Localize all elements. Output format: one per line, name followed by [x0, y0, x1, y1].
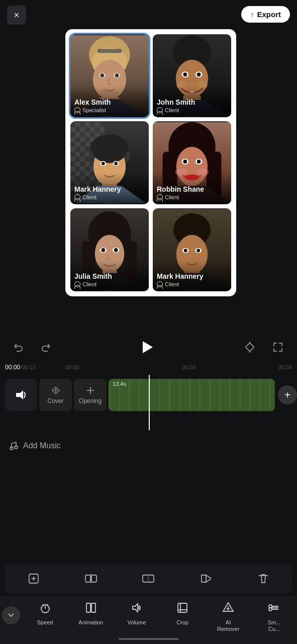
svg-rect-83 [86, 603, 90, 612]
timecode-bar: 00:00 / 00:13 00:00 00:02 00:04 [0, 360, 297, 375]
card-name-john: John Smith [157, 98, 227, 106]
add-clip-toolbar-button[interactable] [23, 568, 45, 590]
card-role-mark2: Client [165, 281, 179, 287]
svg-rect-3 [97, 49, 122, 53]
card-role-john: Client [165, 107, 179, 113]
smart-cut-icon [267, 601, 280, 617]
svg-point-44 [183, 159, 187, 164]
svg-point-19 [197, 72, 201, 76]
redo-button[interactable] [36, 338, 54, 356]
card-name-mark2: Mark Hannery [157, 272, 227, 280]
svg-point-64 [196, 249, 200, 253]
opening-icon [85, 385, 95, 395]
person-icon-alex [74, 107, 80, 113]
animation-icon [84, 601, 97, 617]
add-music-row[interactable]: Add Music [0, 434, 297, 458]
nav-animation[interactable]: Animation [68, 601, 114, 625]
delete-icon [257, 572, 270, 585]
split-right-button[interactable] [195, 568, 217, 590]
nav-smart-cut[interactable]: Sm...Cu... [251, 601, 297, 632]
play-icon [143, 341, 153, 353]
bottom-nav: Speed Animation Volume [0, 596, 297, 644]
add-clip-button[interactable]: + [278, 385, 297, 405]
crop-icon [176, 601, 189, 617]
split-right-icon [200, 572, 213, 585]
card-role-julia: Client [82, 281, 96, 287]
smart-cut-label: Sm...Cu... [268, 619, 281, 632]
volume-button[interactable] [5, 379, 37, 411]
card-role-robbin: Client [165, 194, 179, 200]
svg-point-32 [102, 162, 105, 166]
speed-label: Speed [37, 619, 53, 625]
card-label-julia: Julia Smith Client [70, 260, 149, 291]
nav-crop[interactable]: Crop [160, 601, 206, 625]
svg-rect-69 [16, 393, 20, 397]
svg-point-56 [114, 248, 118, 252]
svg-point-46 [197, 159, 201, 164]
split-left-button[interactable] [80, 568, 102, 590]
opening-label: Opening [79, 397, 102, 405]
animation-label: Animation [78, 619, 103, 625]
nav-volume[interactable]: Volume [114, 601, 159, 625]
card-role-row-mark: Client [74, 194, 145, 200]
video-track[interactable]: 13.4s [109, 379, 275, 411]
export-button[interactable]: ↑ Export [241, 6, 290, 23]
svg-rect-66 [246, 343, 254, 352]
top-bar: × ↑ Export [0, 0, 297, 30]
collapse-button[interactable] [2, 606, 20, 624]
keyframe-button[interactable] [241, 338, 259, 356]
card-role-mark: Client [82, 194, 96, 200]
music-icon [8, 441, 18, 451]
card-role-row-mark2: Client [157, 281, 227, 287]
volume-label: Volume [128, 619, 146, 625]
card-label-mark2: Mark Hannery Client [153, 260, 231, 291]
card-name-robbin: Robbin Shane [157, 185, 227, 193]
svg-rect-77 [85, 575, 90, 582]
right-controls [241, 338, 287, 356]
card-label-mark: Mark Hannery Client [70, 173, 149, 204]
svg-point-54 [101, 248, 105, 252]
speed-icon [39, 601, 52, 617]
card-role-row-john: Client [157, 107, 227, 113]
svg-point-34 [114, 162, 118, 166]
svg-rect-85 [178, 603, 187, 612]
card-mark-hannery[interactable]: Mark Hannery Client [70, 121, 149, 204]
nav-ai-remover[interactable]: AIRemover [206, 601, 251, 632]
card-alex-smith[interactable]: Alex Smith Specialist [70, 34, 149, 117]
chevron-down-icon [7, 611, 16, 620]
scrubber-line[interactable] [149, 375, 150, 430]
delete-button[interactable] [252, 568, 274, 590]
card-name-alex: Alex Smith [74, 98, 145, 106]
add-music-label: Add Music [23, 441, 61, 450]
person-card-grid: Alex Smith Specialist [65, 29, 236, 296]
close-button[interactable]: × [7, 6, 26, 25]
nav-speed[interactable]: Speed [22, 601, 68, 625]
card-robbin-shane[interactable]: Robbin Shane Client [153, 121, 231, 204]
volume-icon [14, 388, 28, 402]
split-center-button[interactable] [137, 568, 159, 590]
timeline-controls [0, 335, 297, 360]
person-icon-mark [74, 194, 80, 200]
svg-rect-78 [91, 575, 96, 582]
volume-nav-icon [130, 601, 143, 617]
opening-chip[interactable]: Opening [74, 379, 107, 411]
play-button[interactable] [138, 337, 158, 357]
export-label: Export [257, 10, 281, 19]
card-john-smith[interactable]: John Smith Client [153, 34, 231, 117]
svg-point-30 [92, 135, 127, 163]
ai-remover-label: AIRemover [217, 619, 240, 632]
card-julia-smith[interactable]: Julia Smith Client [70, 208, 149, 291]
card-role-row-alex: Specialist [74, 107, 145, 113]
fullscreen-button[interactable] [269, 338, 287, 356]
ai-remover-svg [222, 601, 235, 614]
redo-icon [39, 341, 51, 353]
card-mark-hannery-2[interactable]: Mark Hannery Client [153, 208, 231, 291]
split-left-icon [84, 572, 97, 585]
card-name-mark: Mark Hannery [74, 185, 145, 193]
video-track-bg [109, 379, 275, 411]
speed-svg [39, 601, 52, 614]
cover-chip[interactable]: Cover [39, 379, 72, 411]
export-icon: ↑ [250, 11, 254, 19]
marker-0: 00:00 [65, 364, 79, 370]
undo-button[interactable] [10, 338, 28, 356]
